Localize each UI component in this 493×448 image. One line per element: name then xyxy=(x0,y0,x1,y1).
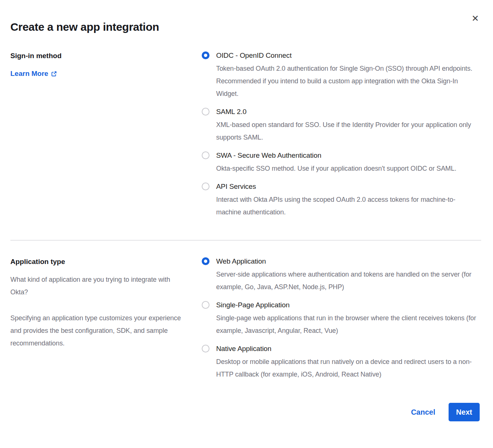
create-app-integration-modal: ✕ Create a new app integration Sign-in m… xyxy=(0,0,493,448)
signin-option-oidc-description: Token-based OAuth 2.0 authentication for… xyxy=(216,62,480,100)
signin-option-saml-description: XML-based open standard for SSO. Use if … xyxy=(216,118,480,144)
radio-unselected-icon[interactable] xyxy=(202,151,209,159)
modal-footer: Cancel Next xyxy=(10,403,481,421)
apptype-option-native-description: Desktop or mobile applications that run … xyxy=(216,355,480,381)
signin-option-swa-description: Okta-specific SSO method. Use if your ap… xyxy=(216,162,456,175)
radio-unselected-icon[interactable] xyxy=(202,108,209,116)
apptype-option-native[interactable]: Native Application Desktop or mobile app… xyxy=(202,344,481,381)
apptype-option-native-label: Native Application xyxy=(216,344,480,354)
signin-option-oidc[interactable]: OIDC - OpenID Connect Token-based OAuth … xyxy=(202,50,481,100)
apptype-option-web[interactable]: Web Application Server-side applications… xyxy=(202,256,481,293)
radio-selected-icon[interactable] xyxy=(202,51,209,59)
application-type-label: Application type xyxy=(10,256,191,267)
apptype-option-web-description: Server-side applications where authentic… xyxy=(216,268,480,293)
radio-selected-icon[interactable] xyxy=(202,257,209,265)
learn-more-label: Learn More xyxy=(10,70,48,78)
section-divider xyxy=(10,240,481,241)
signin-option-swa[interactable]: SWA - Secure Web Authentication Okta-spe… xyxy=(202,150,481,175)
signin-option-api-services-description: Interact with Okta APIs using the scoped… xyxy=(216,193,480,218)
radio-unselected-icon[interactable] xyxy=(202,301,209,309)
apptype-option-spa-description: Single-page web applications that run in… xyxy=(216,312,480,337)
cancel-button[interactable]: Cancel xyxy=(411,408,435,417)
application-type-section: Application type What kind of applicatio… xyxy=(10,256,481,387)
signin-method-label: Sign-in method xyxy=(10,50,191,61)
page-title: Create a new app integration xyxy=(10,0,481,33)
signin-method-section: Sign-in method Learn More OIDC - OpenID … xyxy=(10,50,481,225)
apptype-option-web-label: Web Application xyxy=(216,256,480,267)
signin-option-api-services-label: API Services xyxy=(216,181,480,192)
radio-unselected-icon[interactable] xyxy=(202,183,209,190)
next-button[interactable]: Next xyxy=(449,403,480,421)
apptype-option-spa[interactable]: Single-Page Application Single-page web … xyxy=(202,300,481,337)
application-type-description-1: What kind of application are you trying … xyxy=(10,273,188,298)
signin-option-oidc-label: OIDC - OpenID Connect xyxy=(216,50,480,61)
radio-unselected-icon[interactable] xyxy=(202,345,209,352)
learn-more-link[interactable]: Learn More xyxy=(10,70,57,78)
signin-option-swa-label: SWA - Secure Web Authentication xyxy=(216,150,456,161)
close-icon[interactable]: ✕ xyxy=(470,13,480,24)
signin-option-saml-label: SAML 2.0 xyxy=(216,107,480,117)
signin-option-api-services[interactable]: API Services Interact with Okta APIs usi… xyxy=(202,181,481,218)
apptype-option-spa-label: Single-Page Application xyxy=(216,300,480,310)
application-type-description-2: Specifying an application type customize… xyxy=(10,312,188,350)
external-link-icon xyxy=(51,71,57,77)
signin-option-saml[interactable]: SAML 2.0 XML-based open standard for SSO… xyxy=(202,107,481,144)
